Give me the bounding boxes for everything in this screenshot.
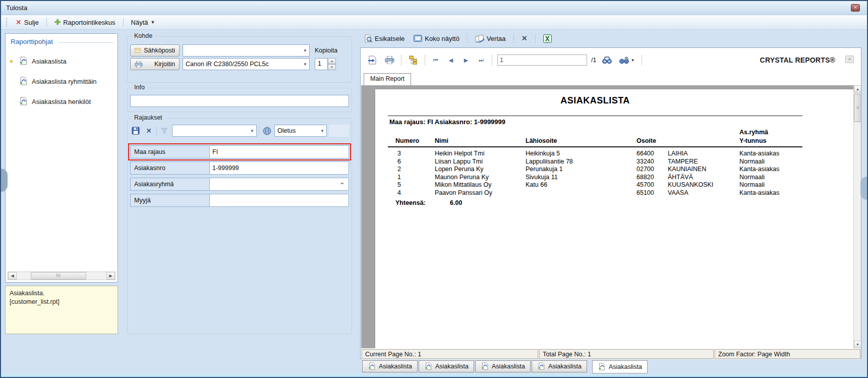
panel-collapse-handle-right[interactable] [860, 177, 867, 200]
report-tab-label: Asiakaslista [492, 363, 525, 370]
info-input[interactable] [130, 95, 349, 107]
close-report-label: Sulje [24, 19, 39, 26]
vscroll-thumb[interactable] [854, 94, 861, 122]
preview-button[interactable]: Esikatsele [361, 33, 408, 43]
main-report-tab-label: Main Report [370, 75, 404, 82]
last-page-button[interactable]: ⏭ [476, 57, 487, 64]
report-tab-4[interactable]: Asiakaslista [532, 360, 587, 372]
chevron-down-icon: ▼ [630, 58, 634, 63]
full-screen-label: Koko näyttö [425, 35, 459, 42]
scroll-right-arrow[interactable]: ▶ [106, 272, 115, 280]
toolbar-separator [467, 34, 468, 43]
combo-arrow-icon: ▼ [301, 48, 309, 53]
description-name: Asiakaslista. [10, 289, 113, 298]
template-item-asiakaslista[interactable]: ◆ Asiakaslista [19, 57, 118, 66]
report-tab-5-active[interactable]: Asiakaslista [592, 360, 648, 373]
page-number-input[interactable] [497, 55, 587, 66]
main-report-tab[interactable]: Main Report [364, 73, 411, 85]
red-x-icon: ✕ [16, 18, 22, 26]
previous-page-button[interactable]: ◀ [445, 57, 456, 64]
scroll-up-arrow[interactable]: ▲ [854, 85, 861, 93]
page-total-label: /1 [591, 57, 596, 64]
filters-toolbar: ✕ ▼ Oletus ▼ [130, 124, 349, 137]
scroll-left-arrow[interactable]: ◀ [8, 272, 17, 280]
hscroll-thumb[interactable]: lll [31, 272, 86, 280]
export-excel-button[interactable] [540, 33, 555, 44]
scope-globe-button[interactable] [261, 125, 272, 136]
header-divider [58, 42, 113, 43]
email-target-combobox[interactable]: ▼ [183, 44, 310, 57]
report-filter-line: Maa rajaus: FI Asiakasnro: 1-9999999 [389, 118, 505, 126]
close-preview-button[interactable]: ✕ [518, 33, 531, 44]
nav-first-icon: ⏮ [433, 57, 438, 63]
report-total-value: 6.00 [450, 199, 462, 206]
viewer-close-button[interactable]: ✕ [845, 56, 854, 63]
filter-button-disabled[interactable] [159, 125, 170, 136]
saved-filter-combobox[interactable]: ▼ [172, 125, 257, 137]
zoom-factor-status: Zoom Factor: Page Width [715, 349, 860, 359]
table-row: 2Lopen Peruna KyPerunakuja 102700KAUNIAI… [395, 166, 819, 174]
reporting-center-button[interactable]: ✚ Raportointikeskus [51, 17, 119, 28]
next-page-button[interactable]: ▶ [460, 57, 472, 64]
preview-toolbar: Esikatsele Koko näyttö Vertaa ✕ [357, 31, 865, 45]
column-header-numero: Numero [395, 137, 435, 144]
report-page: ASIAKASLISTA Maa rajaus: FI Asiakasnro: … [375, 89, 854, 348]
printer-select-combobox[interactable]: Canon iR C2380/2550 PCL5c ▼ [183, 58, 310, 70]
scroll-down-arrow[interactable]: ▼ [854, 341, 861, 348]
report-vscrollbar[interactable]: ▲ ▼ [853, 85, 861, 348]
report-tab-3[interactable]: Asiakaslista [475, 360, 531, 372]
field-row-myyja: Myyjä [130, 194, 349, 207]
column-header-osoite: Osoite [636, 137, 739, 144]
copies-stepper[interactable]: 1 ▲ ▼ [315, 58, 336, 70]
report-tab-1[interactable]: Asiakaslista [362, 360, 418, 372]
binoculars-icon [602, 57, 612, 64]
compare-button[interactable]: Vertaa [472, 34, 509, 43]
asiakasryhma-combobox[interactable] [210, 178, 349, 191]
asiakasnro-input[interactable] [210, 161, 349, 175]
print-report-button[interactable] [383, 54, 396, 66]
report-tab-2[interactable]: Asiakaslista [419, 360, 474, 372]
report-tab-label: Asiakaslista [379, 363, 412, 370]
toolbar-separator [425, 55, 425, 66]
toolbar-separator [259, 126, 259, 135]
first-page-button[interactable]: ⏮ [430, 57, 441, 64]
export-report-button[interactable] [366, 54, 379, 66]
template-description-box: Asiakaslista. [customer_list.rpt] [5, 286, 118, 334]
column-header-ytunnus: Y-tunnus [739, 137, 819, 144]
view-menu-button[interactable]: Näytä ▼ [128, 18, 158, 27]
zoom-button[interactable]: ▼ [617, 54, 636, 66]
panel-collapse-handle-left[interactable] [1, 169, 8, 192]
title-bar[interactable]: Tulosta ✕ [1, 1, 867, 15]
copies-label: Kopioita [315, 47, 337, 54]
save-filter-button[interactable] [130, 125, 141, 136]
find-button[interactable] [600, 54, 613, 66]
template-list-hscrollbar[interactable]: ◀ lll ▶ [8, 272, 115, 280]
report-rule [388, 146, 802, 147]
printer-button[interactable]: Kirjoitin [130, 58, 180, 70]
template-item-asiakaslista-henkilot[interactable]: Asiakaslista henkilöt [19, 97, 118, 106]
field-row-maa-rajaus: Maa rajaus [130, 145, 349, 158]
report-doc-icon [481, 362, 489, 370]
table-row: 1Maunon Peruna KySivukuja 1168820ÄHTÄVÄN… [395, 174, 819, 182]
table-row: 5Mikon Mittatilaus OyKatu 6645700KUUSANK… [395, 181, 819, 189]
spinner-down-icon[interactable]: ▼ [328, 64, 336, 70]
printer-icon [385, 56, 394, 64]
close-report-button[interactable]: ✕ Sulje [13, 17, 42, 27]
spinner-up-icon[interactable]: ▲ [328, 58, 336, 64]
group-tree-toggle-button[interactable] [407, 54, 420, 66]
toolbar-separator [401, 55, 401, 66]
delete-filter-button[interactable]: ✕ [143, 125, 154, 136]
template-item-asiakaslista-ryhmittain[interactable]: Asiakaslista ryhmittäin [19, 77, 118, 86]
main-toolbar: ✕ Sulje ✚ Raportointikeskus Näytä ▼ [1, 15, 867, 30]
toolbar-separator [535, 34, 536, 43]
copies-value[interactable]: 1 [315, 58, 328, 70]
window-close-button[interactable]: ✕ [851, 4, 860, 12]
scope-combobox[interactable]: Oletus ▼ [274, 125, 327, 137]
maa-rajaus-input[interactable] [210, 145, 349, 158]
crystal-reports-viewer: ⏮ ◀ ▶ ⏭ /1 ▼ CRYSTAL REPORTS® ✕ [360, 47, 861, 359]
email-button[interactable]: Sähköposti [130, 44, 180, 57]
plus-icon: ✚ [54, 18, 61, 27]
hscroll-track[interactable] [86, 272, 106, 280]
myyja-input[interactable] [210, 194, 349, 207]
full-screen-button[interactable]: Koko näyttö [411, 34, 462, 43]
